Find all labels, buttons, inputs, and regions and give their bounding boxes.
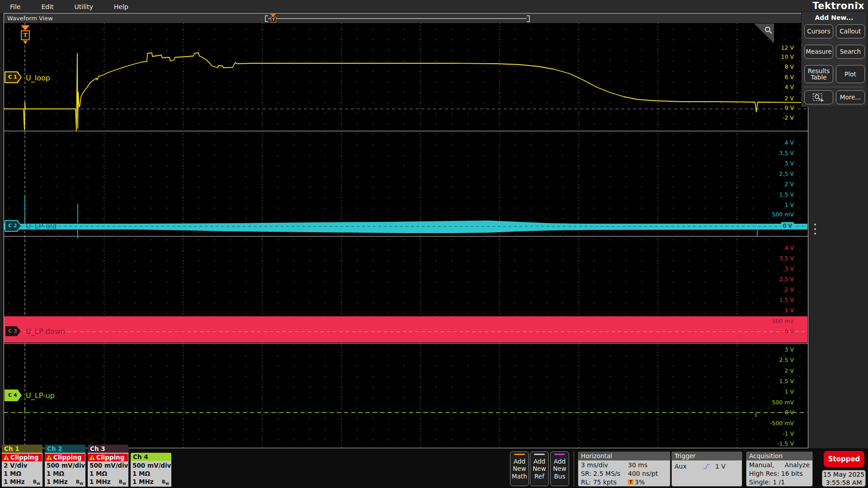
clipping-warning: Clipping (2, 454, 42, 461)
channel-badge-ch1[interactable]: Ch 1Clipping2 V/div1 MΩ1 MHzBW (2, 445, 42, 487)
horizontal-panel[interactable]: Horizontal 3 ms/div30 ms SR: 2.5 MS/s400… (578, 451, 670, 487)
axis-tick-label: 500 mV (772, 399, 794, 406)
menu-item-utility[interactable]: Utility (75, 3, 93, 10)
horizontal-trigger-pos: 3% (635, 478, 645, 487)
date-label: 15 May 2025 (822, 471, 865, 479)
logo-accent-dot (856, 2, 859, 5)
trigger-marker-arrow (23, 41, 28, 44)
trigger-marker-triangle[interactable] (21, 25, 30, 30)
axis-tick-label: 3 V (785, 346, 794, 353)
channel-badge-ch3[interactable]: Ch 3Clipping500 mV/div1 MΩ1 MHzBW (88, 445, 128, 487)
axis-tick-label: 3.5 V (779, 150, 794, 156)
trigger-panel[interactable]: Trigger Aux 1 V (671, 451, 742, 487)
channel-impedance: 1 MΩ (90, 469, 128, 478)
axis-tick-label: 2 V (785, 367, 794, 374)
waveform-plot-area[interactable]: 0 s3 ms6 ms9 ms12 ms15 ms18 ms21 ms24 ms… (4, 23, 808, 448)
more-button[interactable]: More... (836, 90, 865, 104)
horizontal-window: 30 ms (628, 461, 647, 469)
bandwidth-limit-icon: BW (76, 479, 83, 486)
add-new-title: Add New... (802, 14, 867, 21)
record-view-bracket-right (527, 15, 530, 22)
axis-tick-label: 12 V (781, 44, 794, 51)
channel-name-label-4[interactable]: U_LP-up (26, 391, 55, 400)
add-new-bus-button[interactable]: AddNewBus (550, 451, 569, 486)
sidebar-button-plot[interactable]: Plot (836, 65, 865, 83)
bandwidth-limit-icon: BW (119, 479, 126, 486)
channel-badge-title: Ch 4 (131, 453, 171, 461)
menu-items: FileEditUtilityHelp (0, 3, 128, 10)
axis-tick-label: 1.5 V (779, 378, 794, 385)
trigger-level: 1 V (715, 461, 726, 472)
axis-tick-label: 1.5 V (779, 191, 794, 198)
horizontal-resolution: 400 ns/pt (628, 469, 658, 478)
axis-tick-label: 4 V (785, 244, 794, 251)
axis-tick-label: 0 V (785, 328, 794, 335)
acquisition-single: Single: 1 /1 (749, 478, 810, 487)
sidebar-button-search[interactable]: Search (836, 45, 865, 59)
horizontal-scale: 3 ms/div (581, 461, 628, 469)
acquisition-mode: Manual, (749, 461, 774, 469)
zoom-mode-button[interactable] (804, 90, 833, 104)
acquisition-panel[interactable]: Acquisition Manual,Analyze High Res: 16 … (746, 451, 813, 487)
axis-tick-label: 1 V (785, 388, 794, 395)
channel-badge-title: Ch 2 (45, 445, 85, 453)
horizontal-record-length: RL: 75 kpts (581, 478, 628, 487)
menu-bar: FileEditUtilityHelp (0, 0, 868, 13)
channel-badge-ch2[interactable]: Ch 2Clipping500 mV/div1 MΩ1 MHzBW (45, 445, 85, 487)
sidebar-button-cursors[interactable]: Cursors (804, 24, 833, 38)
axis-tick-label: 0 V (785, 104, 794, 111)
channel-impedance: 1 MΩ (47, 469, 85, 478)
accent-line (514, 454, 525, 455)
axis-tick-label: 0 V (785, 409, 794, 416)
axis-tick-label: 500 mV (772, 211, 794, 218)
waveform-view-window: Waveform View T 0 s3 ms6 ms9 ms12 ms15 m… (4, 13, 808, 448)
axis-tick-label: 2 V (785, 95, 794, 102)
menu-item-file[interactable]: File (10, 3, 20, 10)
axis-tick-label: 6 V (785, 74, 794, 80)
trigger-marker-icon[interactable]: T (21, 30, 30, 40)
run-stop-status[interactable]: Stopped (824, 451, 864, 467)
channel-scale: 500 mV/div (132, 461, 171, 469)
channel-scale: 2 V/div (4, 461, 42, 469)
channel-name-label-2[interactable]: U_LP-old (26, 222, 57, 230)
accent-line (534, 454, 545, 455)
channel-name-label-3[interactable]: U_LP-down (26, 327, 65, 336)
sidebar-button-results-table[interactable]: ResultsTable (804, 65, 833, 83)
horizontal-panel-title: Horizontal (578, 452, 670, 460)
channel-impedance: 1 MΩ (132, 469, 171, 478)
menu-item-help[interactable]: Help (114, 3, 128, 10)
clipping-warning: Clipping (88, 454, 128, 461)
sidebar-button-measure[interactable]: Measure (804, 45, 833, 59)
add-new-ref-button[interactable]: AddNewRef (530, 451, 549, 486)
axis-tick-label: 0 V (781, 222, 794, 229)
channel-scale: 500 mV/div (90, 461, 128, 469)
warning-icon (46, 455, 52, 460)
channel-badge-title: Ch 1 (2, 445, 42, 453)
bandwidth-limit-icon: BW (33, 479, 40, 486)
bandwidth-limit-icon: BW (162, 479, 169, 486)
panel-splitter-grip[interactable] (814, 224, 816, 235)
add-new-math-button[interactable]: AddNewMath (510, 451, 529, 486)
axis-tick-label: 2.5 V (779, 357, 794, 363)
channel-badge-ch4[interactable]: Ch 4500 mV/div1 MΩ1 MHzBW (131, 453, 171, 487)
record-trigger-marker-icon[interactable]: T (271, 17, 276, 23)
waveform-canvas (4, 23, 808, 448)
menu-item-edit[interactable]: Edit (41, 3, 53, 10)
acquisition-panel-title: Acquisition (746, 452, 812, 460)
channel-scale: 500 mV/div (47, 461, 85, 469)
date-time-display: 15 May 2025 3:55:58 AM (822, 470, 866, 487)
axis-tick-label: 500 mV (772, 318, 794, 324)
axis-tick-label: 2 V (785, 181, 794, 188)
axis-tick-label: 3 V (785, 265, 794, 272)
channel-impedance: 1 MΩ (4, 469, 42, 478)
record-view-line (268, 18, 527, 19)
acquisition-resolution: High Res: 16 bits (749, 469, 810, 478)
axis-tick-label: 3 V (785, 160, 794, 167)
waveform-view-title: Waveform View (7, 15, 53, 22)
channel-name-label-1[interactable]: U_loop (26, 74, 50, 82)
warning-icon (3, 455, 9, 460)
warning-icon (89, 455, 95, 460)
axis-tick-label: -1 V (783, 430, 794, 437)
sidebar-button-callout[interactable]: Callout (836, 24, 865, 38)
axis-tick-label: 8 V (785, 63, 794, 70)
